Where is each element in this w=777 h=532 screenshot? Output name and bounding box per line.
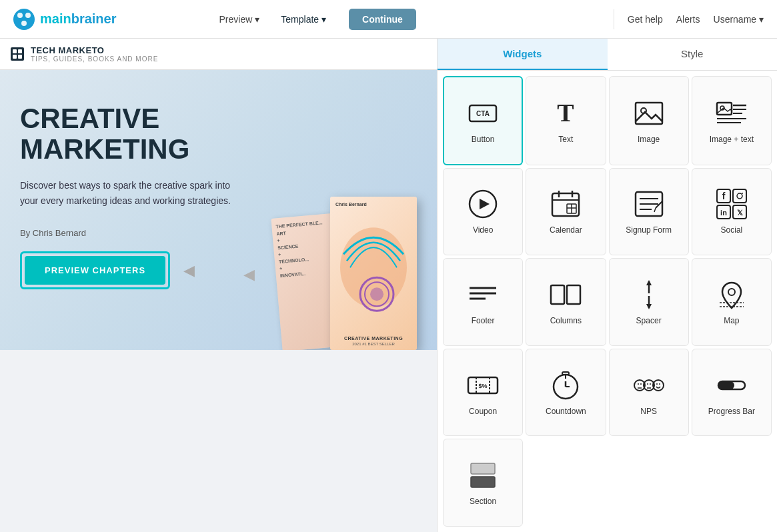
svg-rect-77: [718, 381, 734, 389]
image-text-label: Image + text: [710, 135, 754, 144]
widget-social[interactable]: f in 𝕏 Social: [692, 168, 772, 256]
preview-chapters-button[interactable]: PREVIEW CHAPTERS: [25, 256, 165, 285]
book-bestseller: 2021 #1 BEST SELLER: [335, 342, 413, 346]
svg-rect-47: [551, 285, 564, 304]
svg-point-2: [25, 13, 31, 18]
tab-style[interactable]: Style: [608, 39, 778, 70]
signup-form-label: Signup Form: [626, 225, 672, 235]
nav-template[interactable]: Template ▾: [271, 10, 335, 29]
hero-author: By Chris Bernard: [20, 228, 250, 238]
widget-video[interactable]: Video: [443, 168, 523, 256]
nav-preview[interactable]: Preview ▾: [210, 10, 269, 29]
widget-calendar[interactable]: Calendar: [526, 168, 606, 256]
widget-image[interactable]: Image: [609, 76, 689, 165]
alerts-link[interactable]: Alerts: [676, 14, 700, 25]
book-2: Chris Bernard: [330, 197, 417, 350]
progress-bar-icon: [716, 369, 748, 401]
widget-section[interactable]: Section: [443, 439, 523, 527]
video-icon: [467, 188, 499, 220]
text-icon: T: [550, 97, 582, 129]
section-icon: [467, 459, 499, 491]
svg-text:in: in: [720, 209, 727, 217]
hero-button-wrapper: ◀ PREVIEW CHAPTERS: [20, 251, 170, 289]
svg-text:𝕏: 𝕏: [736, 209, 742, 217]
columns-icon: [550, 279, 582, 311]
svg-point-1: [17, 13, 23, 18]
map-label: Map: [724, 316, 739, 325]
svg-point-72: [650, 383, 651, 385]
canvas-area: TECH MARKETO TIPS, GUIDES, BOOKS AND MOR…: [0, 39, 437, 532]
widgets-grid: CTA Button T Text: [438, 71, 777, 532]
image-icon: [633, 97, 665, 129]
svg-point-7: [370, 287, 383, 301]
book-illustration: THE PERFECT BLE...ART+SCIENCE+TECHNOLO..…: [263, 97, 417, 350]
widget-progress-bar[interactable]: Progress Bar: [692, 349, 772, 437]
image-label: Image: [638, 135, 660, 144]
svg-point-39: [742, 193, 743, 194]
nav-right: Get help Alerts Username ▾: [614, 9, 764, 29]
columns-label: Columns: [550, 316, 582, 325]
svg-marker-50: [646, 280, 652, 285]
widget-spacer[interactable]: Spacer: [609, 258, 689, 346]
svg-point-68: [640, 383, 642, 385]
logo-icon: [13, 9, 35, 30]
nav-divider: [614, 9, 614, 29]
widget-map[interactable]: Map: [692, 258, 772, 346]
calendar-icon: [550, 188, 582, 220]
footer-label: Footer: [472, 316, 495, 325]
footer-icon: [467, 279, 499, 311]
svg-line-34: [654, 208, 656, 212]
logo[interactable]: mainbrainer: [13, 9, 117, 30]
button-label: Button: [472, 135, 495, 144]
widget-countdown[interactable]: Countdown: [526, 349, 606, 437]
spacer-label: Spacer: [636, 316, 662, 325]
brand-tagline: TIPS, GUIDES, BOOKS AND MORE: [31, 55, 158, 63]
text-label: Text: [558, 135, 573, 144]
widget-button[interactable]: CTA Button: [443, 76, 523, 165]
button-icon: CTA: [467, 97, 499, 129]
coupon-icon: $%: [467, 369, 499, 401]
widget-columns[interactable]: Columns: [526, 258, 606, 346]
widget-text[interactable]: T Text: [526, 76, 606, 165]
hero-description: Discover best ways to spark the creative…: [20, 178, 250, 208]
coupon-label: Coupon: [469, 407, 497, 416]
video-label: Video: [473, 225, 493, 235]
arrow-right-indicator: ◀: [183, 262, 195, 279]
social-icon: f in 𝕏: [716, 188, 748, 220]
widget-footer[interactable]: Footer: [443, 258, 523, 346]
map-icon: [716, 279, 748, 311]
widget-nps[interactable]: NPS: [609, 349, 689, 437]
svg-text:CTA: CTA: [476, 110, 490, 117]
svg-text:T: T: [558, 99, 574, 127]
widget-image-text[interactable]: Image + text: [692, 76, 772, 165]
book-1-text: THE PERFECT BLE...ART+SCIENCE+TECHNOLO..…: [275, 219, 339, 279]
widget-signup-form[interactable]: Signup Form: [609, 168, 689, 256]
nps-icon: [633, 369, 665, 401]
get-help-link[interactable]: Get help: [628, 14, 663, 25]
brand-name: TECH MARKETO: [31, 45, 158, 55]
tab-widgets[interactable]: Widgets: [438, 39, 608, 70]
svg-rect-37: [733, 189, 746, 203]
top-nav: mainbrainer Preview ▾ Template ▾ Continu…: [0, 0, 777, 39]
svg-point-75: [659, 383, 660, 385]
hero-content: CREATIVE MARKETING Discover best ways to…: [20, 97, 250, 350]
countdown-icon: [550, 369, 582, 401]
svg-point-3: [21, 21, 27, 26]
username-dropdown[interactable]: Username ▾: [714, 14, 764, 25]
continue-button[interactable]: Continue: [349, 9, 416, 30]
widget-panel: Widgets Style CTA Button T: [437, 39, 777, 532]
social-label: Social: [721, 225, 743, 235]
image-text-icon: [716, 97, 748, 129]
svg-marker-21: [480, 199, 490, 209]
svg-point-38: [737, 193, 742, 199]
widget-coupon[interactable]: $% Coupon: [443, 349, 523, 437]
svg-point-74: [656, 383, 658, 385]
spacer-icon: [633, 279, 665, 311]
arrow-left-indicator: ◀: [243, 266, 255, 283]
svg-rect-11: [636, 103, 662, 124]
svg-point-67: [638, 383, 639, 385]
book-face-svg: [330, 210, 417, 325]
panel-tabs: Widgets Style: [438, 39, 777, 71]
chevron-down-icon-2: ▾: [321, 14, 326, 25]
svg-rect-78: [471, 463, 495, 474]
